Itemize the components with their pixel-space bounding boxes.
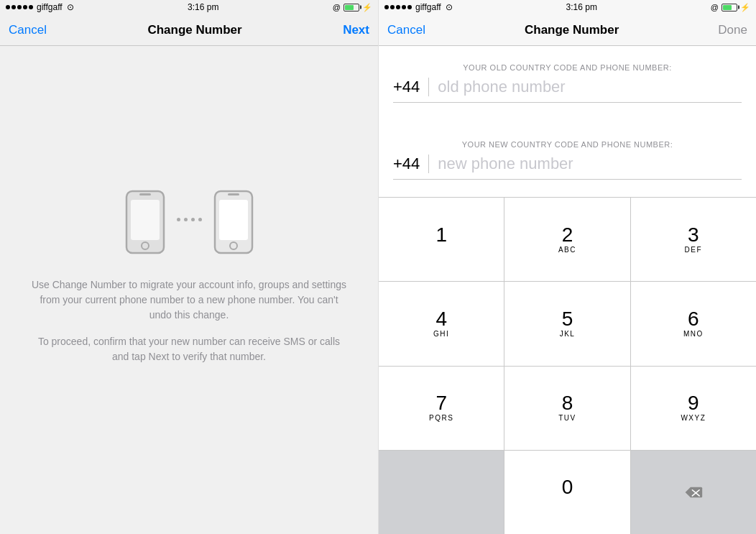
left-time: 3:16 pm — [188, 2, 218, 12]
numpad-key-6[interactable]: 6 MNO — [631, 282, 756, 365]
svg-rect-1 — [131, 200, 160, 240]
new-country-code: +44 — [393, 155, 429, 173]
right-at-icon: @ — [711, 3, 719, 11]
svg-rect-5 — [219, 200, 248, 240]
wifi-icon: ⊙ — [67, 2, 74, 12]
numpad-sub-3: DEF — [685, 246, 703, 254]
r-dot-3 — [396, 5, 400, 9]
numpad-sub-5: JKL — [560, 330, 576, 339]
r-dot-2 — [390, 5, 395, 9]
signal-dot-5 — [29, 5, 33, 9]
battery-indicator — [344, 4, 359, 11]
numpad-digit-4: 4 — [435, 309, 447, 329]
backspace-icon — [684, 486, 703, 499]
left-description: Use Change Number to migrate your accoun… — [29, 277, 349, 376]
right-cancel-button[interactable]: Cancel — [387, 23, 425, 37]
numpad-key-4[interactable]: 4 GHI — [379, 282, 504, 365]
left-panel: giffgaff ⊙ 3:16 pm @ ⚡ Cancel Change Num… — [0, 0, 378, 534]
next-button[interactable]: Next — [343, 23, 369, 37]
right-page-title: Change Number — [525, 23, 619, 37]
right-status-bar: giffgaff ⊙ 3:16 pm @ ⚡ — [379, 0, 756, 14]
phone-icon-right — [213, 190, 254, 254]
r-dot-5 — [407, 5, 412, 9]
connection-dots — [177, 218, 202, 227]
right-carrier-name: giffgaff — [415, 2, 441, 12]
numpad-sub-9: WXYZ — [681, 414, 706, 423]
numpad-key-backspace[interactable] — [631, 451, 756, 534]
numpad: 1 2 ABC 3 DEF 4 GHI 5 JKL 6 — [379, 197, 756, 534]
numpad-key-5[interactable]: 5 JKL — [504, 282, 630, 365]
numpad-digit-1: 1 — [435, 225, 447, 245]
new-phone-input-row[interactable]: +44 new phone number — [393, 155, 742, 180]
numpad-digit-2: 2 — [562, 225, 573, 245]
numpad-key-7[interactable]: 7 PQRS — [379, 367, 504, 450]
right-signal-dots — [384, 5, 412, 9]
svg-rect-7 — [228, 193, 239, 195]
r-dot-4 — [402, 5, 406, 9]
new-field-label: YOUR NEW COUNTRY CODE AND PHONE NUMBER: — [393, 140, 742, 149]
new-phone-placeholder[interactable]: new phone number — [438, 155, 742, 173]
old-number-section: YOUR OLD COUNTRY CODE AND PHONE NUMBER: … — [379, 46, 756, 106]
carrier-name: giffgaff — [37, 2, 63, 12]
signal-dot-4 — [23, 5, 27, 9]
numpad-sub-4: GHI — [433, 330, 449, 339]
numpad-digit-9: 9 — [688, 393, 699, 413]
r-dot-1 — [384, 5, 389, 9]
left-status-right: @ ⚡ — [333, 3, 372, 12]
page-title: Change Number — [147, 23, 241, 37]
numpad-sub-8: TUV — [558, 414, 576, 423]
signal-dot-3 — [17, 5, 22, 9]
new-number-section: YOUR NEW COUNTRY CODE AND PHONE NUMBER: … — [379, 123, 756, 183]
numpad-row-2: 4 GHI 5 JKL 6 MNO — [379, 281, 756, 365]
right-panel: giffgaff ⊙ 3:16 pm @ ⚡ Cancel Change Num… — [378, 0, 756, 534]
numpad-sub-7: PQRS — [429, 414, 453, 423]
numpad-digit-5: 5 — [562, 309, 573, 329]
right-status-right: @ ⚡ — [711, 3, 750, 12]
old-country-code: +44 — [393, 78, 429, 96]
svg-rect-3 — [139, 193, 151, 195]
at-icon: @ — [333, 3, 341, 11]
cancel-button[interactable]: Cancel — [9, 23, 47, 37]
numpad-key-9[interactable]: 9 WXYZ — [631, 367, 756, 450]
left-content: Use Change Number to migrate your accoun… — [0, 46, 378, 534]
left-status-bar: giffgaff ⊙ 3:16 pm @ ⚡ — [0, 0, 378, 14]
numpad-key-2[interactable]: 2 ABC — [504, 198, 630, 281]
numpad-row-4: 0 — [379, 450, 756, 534]
signal-dots — [6, 5, 33, 9]
numpad-row-1: 1 2 ABC 3 DEF — [379, 197, 756, 281]
right-status-left: giffgaff ⊙ — [384, 2, 453, 12]
old-field-label: YOUR OLD COUNTRY CODE AND PHONE NUMBER: — [393, 63, 742, 72]
signal-dot-2 — [11, 5, 16, 9]
right-charging-icon: ⚡ — [740, 3, 750, 12]
numpad-key-1[interactable]: 1 — [379, 198, 504, 281]
phone-icon-left — [125, 190, 165, 254]
numpad-sub-2: ABC — [558, 246, 576, 254]
numpad-key-3[interactable]: 3 DEF — [631, 198, 756, 281]
numpad-digit-6: 6 — [688, 309, 699, 329]
numpad-key-8[interactable]: 8 TUV — [504, 367, 630, 450]
description-paragraph-1: Use Change Number to migrate your accoun… — [29, 277, 349, 323]
numpad-digit-8: 8 — [562, 393, 573, 413]
charging-icon: ⚡ — [362, 3, 372, 12]
left-nav-bar: Cancel Change Number Next — [0, 14, 378, 46]
numpad-digit-0: 0 — [562, 477, 573, 497]
left-status-left: giffgaff ⊙ — [6, 2, 74, 12]
phones-illustration — [125, 190, 254, 254]
right-nav-bar: Cancel Change Number Done — [379, 14, 756, 46]
numpad-digit-3: 3 — [688, 225, 699, 245]
numpad-sub-6: MNO — [683, 330, 704, 339]
section-divider — [379, 106, 756, 123]
done-button[interactable]: Done — [718, 23, 747, 37]
old-phone-placeholder[interactable]: old phone number — [438, 78, 742, 96]
right-time: 3:16 pm — [566, 2, 597, 12]
right-wifi-icon: ⊙ — [446, 2, 453, 12]
signal-dot-1 — [6, 5, 10, 9]
numpad-key-0[interactable]: 0 — [504, 451, 630, 534]
numpad-row-3: 7 PQRS 8 TUV 9 WXYZ — [379, 366, 756, 450]
right-battery — [722, 4, 737, 11]
old-phone-input-row[interactable]: +44 old phone number — [393, 78, 742, 103]
numpad-key-empty — [379, 451, 504, 534]
description-paragraph-2: To proceed, confirm that your new number… — [29, 334, 349, 364]
numpad-digit-7: 7 — [435, 393, 447, 413]
